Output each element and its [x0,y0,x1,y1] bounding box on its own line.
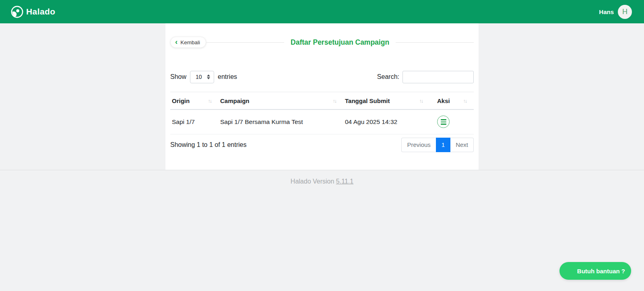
brand-name: Halado [26,7,55,17]
page-footer: Halado Version 5.11.1 [0,170,644,185]
column-header-tanggal-submit[interactable]: Tanggal Submit ↑↓ [343,92,430,110]
search-label: Search: [377,73,399,80]
chevron-left-icon: ‹ [175,38,178,45]
table-controls: Show 10 entries Search: [170,70,474,83]
version-link[interactable]: 5.11.1 [336,178,353,185]
column-header-origin[interactable]: Origin ↑↓ [170,92,219,110]
page-size-value: 10 [196,74,202,80]
main-container: ‹ Kembali Daftar Persetujuan Campaign Sh… [165,23,479,170]
title-divider-right [396,42,474,43]
menu-icon [441,119,446,120]
version-text: Halado Version [291,178,336,185]
title-row: ‹ Kembali Daftar Persetujuan Campaign [170,37,474,48]
search-group: Search: [377,71,474,83]
page-size-select[interactable]: 10 [190,71,214,83]
sort-icon[interactable]: ↑↓ [419,98,423,104]
avatar[interactable]: H [618,5,632,19]
row-actions-button[interactable] [437,116,450,128]
cell-campaign: Sapi 1/7 Bersama Kurma Test [219,109,343,134]
pagination-previous-button[interactable]: Previous [401,138,436,152]
column-header-aksi[interactable]: Aksi ↑↓ [430,92,474,110]
page-title: Daftar Persetujuan Campaign [284,38,396,47]
brand-logo[interactable]: Halado [10,5,55,19]
cell-tanggal-submit: 04 Agu 2025 14:32 [343,109,430,134]
sort-icon[interactable]: ↑↓ [333,98,336,104]
table-header-row: Origin ↑↓ Campaign ↑↓ Tanggal Submit ↑↓ [170,92,474,110]
search-input[interactable] [402,71,474,83]
sort-icon[interactable]: ↑↓ [463,98,467,104]
cell-origin: Sapi 1/7 [170,109,219,134]
back-button[interactable]: ‹ Kembali [170,37,206,48]
app-header: Halado Hans H [0,0,644,23]
showing-entries-text: Showing 1 to 1 of 1 entries [170,141,246,149]
pagination-page-1-button[interactable]: 1 [436,138,450,152]
back-button-label: Kembali [180,39,200,45]
table-row: Sapi 1/7 Sapi 1/7 Bersama Kurma Test 04 … [170,109,474,134]
pagination-next-button[interactable]: Next [450,138,474,152]
help-button[interactable]: Butuh bantuan ? [559,262,631,280]
title-divider-left [206,42,284,43]
show-label: Show [170,73,186,80]
page-size-group: Show 10 entries [170,71,237,83]
campaign-table: Origin ↑↓ Campaign ↑↓ Tanggal Submit ↑↓ [170,92,474,134]
select-arrows-icon [207,74,210,79]
column-header-campaign[interactable]: Campaign ↑↓ [219,92,343,110]
table-footer: Showing 1 to 1 of 1 entries Previous 1 N… [170,138,474,152]
user-menu[interactable]: Hans H [599,5,632,19]
sort-icon[interactable]: ↑↓ [208,98,212,104]
entries-label: entries [218,73,237,80]
cell-aksi [430,109,474,134]
halado-logo-icon [10,5,24,19]
user-name: Hans [599,8,614,15]
pagination: Previous 1 Next [401,138,474,152]
